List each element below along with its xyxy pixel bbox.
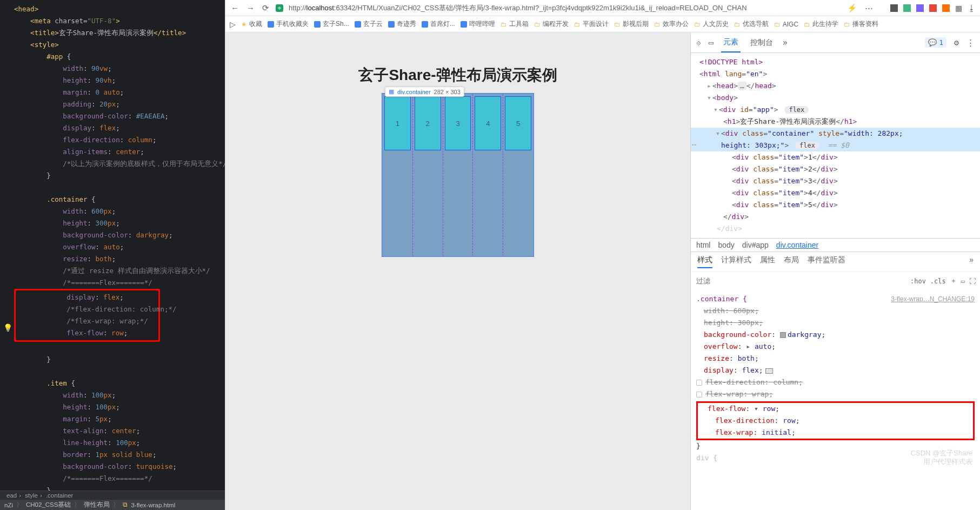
- messages-badge[interactable]: 💬 1: [925, 37, 946, 48]
- tab-elements[interactable]: 元素: [721, 33, 741, 52]
- apps-icon[interactable]: ▦: [955, 4, 962, 12]
- bookmark-item[interactable]: 🗀优选导航: [734, 19, 769, 29]
- source-link[interactable]: 3-flex-wrap…N_CHANGE:19: [891, 293, 975, 305]
- bookmark-item[interactable]: 玄子Sh...: [314, 19, 349, 29]
- expand-icon[interactable]: ⛶: [969, 277, 976, 285]
- bookmark-item[interactable]: 🗀平面设计: [574, 19, 609, 29]
- prop-checkbox[interactable]: [696, 380, 702, 386]
- bookmark-item[interactable]: 首席灯...: [422, 19, 455, 29]
- dom-breadcrumb[interactable]: html body div#app div.container: [691, 238, 980, 251]
- ext-icon[interactable]: [890, 4, 898, 12]
- bookmark-item[interactable]: 🗀播客资料: [844, 19, 878, 29]
- more-icon[interactable]: ⋯: [864, 3, 874, 13]
- bookmark-item[interactable]: 🗀工具箱: [501, 19, 529, 29]
- devtools-toolbar: ⟐ ▭ 元素 控制台 » 💬 1 ⚙ ⋮: [691, 32, 980, 53]
- bookmarks-bar[interactable]: ▷ ★收藏手机收藏夹玄子Sh...玄子云奇迹秀首席灯...哔哩哔哩🗀工具箱🗀编程…: [225, 16, 980, 32]
- bolt-icon[interactable]: ⚡: [846, 3, 858, 13]
- bookmark-item[interactable]: 玄子云: [355, 19, 383, 29]
- page-view: 玄子Share-弹性布局演示案例 ▦ div.container 282 × 3…: [225, 32, 690, 510]
- context-dots-icon[interactable]: ⋯: [692, 138, 696, 150]
- inspect-tooltip: ▦ div.container 282 × 303: [385, 87, 464, 97]
- filter-input[interactable]: [695, 276, 906, 286]
- demo-item: 4: [475, 96, 501, 150]
- devtools: ⟐ ▭ 元素 控制台 » 💬 1 ⚙ ⋮ ⋯ <!DOCTYPE html> <…: [690, 32, 980, 510]
- bookmark-item[interactable]: 手机收藏夹: [268, 19, 309, 29]
- flex-editor-icon[interactable]: [765, 368, 773, 374]
- styles-filter: :hov .cls ＋ ▭ ⛶: [691, 271, 980, 290]
- bookmark-item[interactable]: 🗀影视后期: [614, 19, 649, 29]
- ext-icon[interactable]: [942, 4, 950, 12]
- device-icon[interactable]: ▭: [709, 38, 714, 48]
- demo-item: 1: [384, 96, 411, 150]
- page-title: 玄子Share-弹性布局演示案例: [358, 65, 557, 85]
- more-tabs-icon[interactable]: »: [969, 255, 974, 268]
- ide-tabs[interactable]: nZi〉 CH02_CSS基础〉 弹性布局〉 ⧉3-flex-wrap.html: [0, 500, 225, 510]
- styles-pane[interactable]: 3-flex-wrap…N_CHANGE:19 .container { wid…: [691, 290, 980, 469]
- bookmark-item[interactable]: ★收藏: [241, 19, 262, 29]
- browser: ← → ⟳ ⎆ http://localhost:63342/HTML/Xuan…: [225, 0, 980, 510]
- ext-icon[interactable]: [903, 4, 911, 12]
- nav-back-icon[interactable]: ←: [230, 3, 240, 12]
- ext-icon[interactable]: [929, 4, 937, 12]
- nav-fwd-icon[interactable]: →: [245, 3, 256, 12]
- gear-icon[interactable]: ⚙: [954, 38, 959, 48]
- cls-toggle[interactable]: .cls: [930, 277, 946, 285]
- demo-item: 5: [505, 96, 531, 150]
- code-area[interactable]: <head> <meta charset="UTF-8"> <title>玄子S…: [0, 0, 225, 491]
- dom-tree[interactable]: ⋯ <!DOCTYPE html> <html lang="en"> ▸<hea…: [691, 53, 980, 238]
- bookmark-item[interactable]: 🗀此生待学: [804, 19, 838, 29]
- add-rule-icon[interactable]: ＋: [950, 276, 957, 286]
- more-tabs-icon[interactable]: »: [783, 38, 788, 48]
- watermark: CSDN @玄子Share用户代理样式表: [911, 449, 972, 466]
- nav-reload-icon[interactable]: ⟳: [261, 3, 270, 13]
- styles-tabs[interactable]: 样式 计算样式 属性 布局 事件监听器 »: [691, 251, 980, 271]
- bookmark-item[interactable]: 🗀人文历史: [694, 19, 729, 29]
- ext-icon[interactable]: [916, 4, 924, 12]
- bookmark-item[interactable]: 🗀AIGC: [774, 21, 798, 28]
- computed-box-icon[interactable]: ▭: [961, 277, 965, 285]
- inspect-icon[interactable]: ⟐: [696, 38, 701, 48]
- ide-breadcrumb[interactable]: ead› style› .container: [0, 491, 225, 500]
- run-icon[interactable]: ▷: [230, 20, 236, 29]
- demo-item: 2: [415, 96, 441, 150]
- hov-toggle[interactable]: :hov: [910, 277, 926, 285]
- ide-editor[interactable]: 💡 <head> <meta charset="UTF-8"> <title>玄…: [0, 0, 225, 510]
- demo-item: 3: [445, 96, 471, 150]
- bulb-icon[interactable]: 💡: [3, 323, 12, 332]
- address-bar: ← → ⟳ ⎆ http://localhost:63342/HTML/Xuan…: [225, 0, 980, 16]
- bookmark-item[interactable]: 🗀编程开发: [534, 19, 569, 29]
- flex-icon: ▦: [389, 88, 394, 95]
- tab-console[interactable]: 控制台: [748, 34, 775, 52]
- url-field[interactable]: http://localhost:63342/HTML/XuanZi/CH02_…: [289, 3, 841, 13]
- bookmark-item[interactable]: 哔哩哔哩: [461, 19, 495, 29]
- download-icon[interactable]: ⭳: [968, 3, 976, 12]
- lock-icon: ⎆: [276, 4, 283, 12]
- bookmark-item[interactable]: 🗀效率办公: [654, 19, 689, 29]
- kebab-icon[interactable]: ⋮: [966, 38, 975, 48]
- prop-checkbox[interactable]: [696, 392, 702, 398]
- bookmark-item[interactable]: 奇迹秀: [388, 19, 416, 29]
- demo-container[interactable]: 1 2 3 4 5: [382, 93, 534, 257]
